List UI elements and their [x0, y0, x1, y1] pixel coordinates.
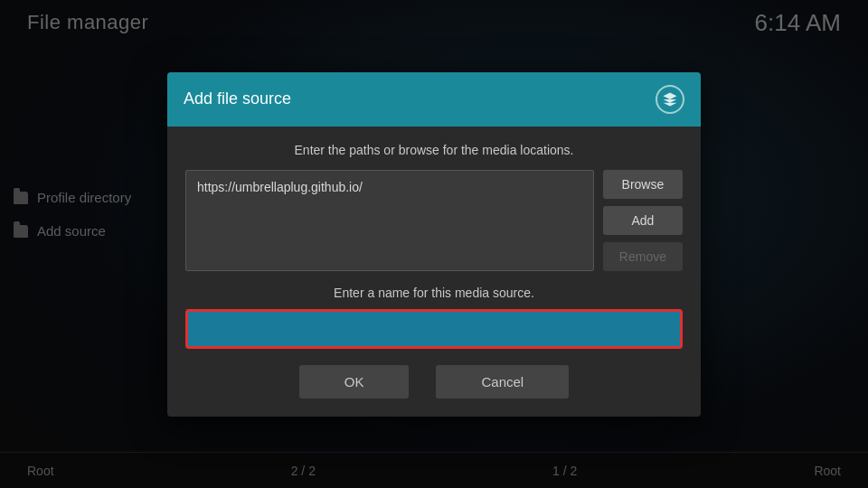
dialog-body: Enter the paths or browse for the media … — [167, 127, 701, 417]
dialog-title: Add file source — [184, 89, 291, 108]
name-input-wrapper — [185, 309, 683, 349]
cancel-button[interactable]: Cancel — [436, 365, 569, 399]
source-row: https://umbrellaplug.github.io/ Browse A… — [185, 170, 683, 271]
kodi-logo-icon — [656, 85, 684, 114]
modal-overlay: Add file source Enter the paths or brows… — [0, 0, 868, 488]
browse-button[interactable]: Browse — [603, 170, 683, 199]
remove-button[interactable]: Remove — [603, 242, 683, 271]
name-field-label: Enter a name for this media source. — [185, 286, 683, 300]
source-buttons: Browse Add Remove — [603, 170, 683, 271]
ok-button[interactable]: OK — [299, 365, 410, 399]
name-input[interactable] — [188, 312, 680, 346]
dialog-header: Add file source — [167, 72, 701, 127]
add-button[interactable]: Add — [603, 206, 683, 235]
dialog-subtitle: Enter the paths or browse for the media … — [185, 143, 683, 157]
source-list: https://umbrellaplug.github.io/ — [185, 170, 594, 271]
add-file-source-dialog: Add file source Enter the paths or brows… — [167, 72, 701, 417]
url-item[interactable]: https://umbrellaplug.github.io/ — [197, 180, 582, 194]
dialog-footer: OK Cancel — [185, 365, 683, 399]
